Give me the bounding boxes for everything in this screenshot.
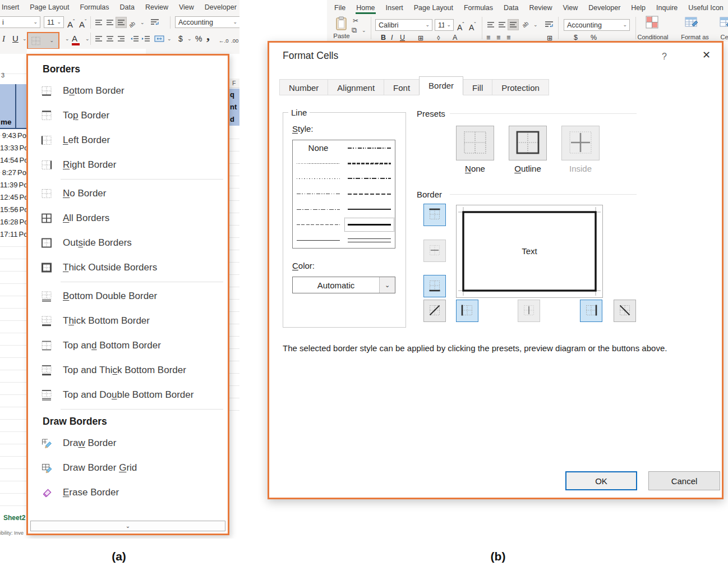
wrap-text-button[interactable]: [542, 19, 556, 30]
number-format-combo[interactable]: Accounting ⌄: [564, 19, 630, 31]
cancel-button[interactable]: Cancel: [648, 471, 720, 490]
align-bottom-button[interactable]: [116, 17, 127, 28]
align-top-button[interactable]: [93, 17, 104, 28]
decrease-indent-button[interactable]: [129, 33, 140, 44]
format-as-table-button[interactable]: [685, 16, 699, 31]
clipped-cell-text[interactable]: q: [229, 89, 239, 101]
menu-item-bottom-border[interactable]: Bottom Border: [28, 79, 228, 103]
paste-button[interactable]: [335, 16, 348, 33]
dialog-tab-number[interactable]: Number: [279, 79, 328, 95]
line-style-option-dash-dot-dot[interactable]: [293, 186, 344, 201]
number-format-combo[interactable]: Accounting ⌄: [175, 16, 239, 28]
chevron-down-icon[interactable]: ⌄: [185, 36, 194, 42]
bottom-border-button[interactable]: [423, 275, 446, 297]
chevron-down-icon[interactable]: ⌄: [165, 36, 174, 42]
align-left-button[interactable]: [93, 33, 104, 44]
comma-style-button[interactable]: ,: [206, 30, 210, 41]
menu-scroll-more-button[interactable]: ⌄: [30, 521, 225, 531]
chevron-down-icon[interactable]: ⌄: [379, 277, 395, 293]
menu-item-top-border[interactable]: Top Border: [28, 103, 228, 128]
merge-center-button[interactable]: [154, 33, 165, 44]
line-style-option-dot[interactable]: [293, 171, 344, 186]
chevron-down-icon[interactable]: ⌄: [444, 22, 453, 27]
color-combo[interactable]: Automatic ⌄: [292, 277, 395, 293]
sheet-time-cell[interactable]: 8:27Po: [0, 166, 26, 178]
ribbon-tab-formulas[interactable]: Formulas: [463, 3, 494, 13]
left-border-button[interactable]: [456, 300, 478, 322]
sheet-time-cell[interactable]: 15:56Po: [0, 203, 26, 215]
line-style-option-dot-fine[interactable]: [293, 155, 344, 171]
ribbon-tab-developer[interactable]: Developer: [204, 2, 237, 12]
ok-button[interactable]: OK: [565, 471, 637, 490]
align-middle-button[interactable]: [104, 17, 116, 28]
ribbon-tab-insert[interactable]: Insert: [385, 3, 404, 13]
dialog-tab-fill[interactable]: Fill: [463, 79, 492, 95]
line-style-option-double[interactable]: [344, 232, 395, 247]
ribbon-tab-useful-icon[interactable]: Useful Icon: [688, 3, 724, 13]
percent-style-button[interactable]: %: [195, 33, 202, 44]
ribbon-tab-help[interactable]: Help: [630, 3, 646, 13]
menu-item-all-borders[interactable]: All Borders: [28, 206, 228, 231]
italic-button[interactable]: I: [2, 33, 5, 44]
preset-none-button[interactable]: [456, 126, 494, 160]
chevron-down-icon[interactable]: ⌄: [360, 28, 368, 33]
dialog-close-button[interactable]: ✕: [702, 49, 711, 61]
sheet-time-cell[interactable]: 16:28Po: [0, 215, 26, 228]
align-top-button[interactable]: [485, 19, 496, 30]
align-right-button[interactable]: [116, 33, 127, 44]
dialog-tab-font[interactable]: Font: [384, 79, 420, 95]
line-style-option-none[interactable]: None: [293, 140, 344, 155]
ribbon-tab-review[interactable]: Review: [145, 2, 169, 12]
orientation-button[interactable]: ab: [126, 19, 138, 31]
grow-font-button[interactable]: Aˆ: [457, 20, 464, 33]
menu-item-draw-border-grid[interactable]: Draw Border Grid: [28, 456, 228, 480]
conditional-formatting-button[interactable]: [646, 16, 659, 31]
sheet-time-cell[interactable]: 11:39Po: [0, 178, 26, 191]
menu-item-outside-borders[interactable]: Outside Borders: [28, 231, 228, 255]
line-style-listbox[interactable]: None: [292, 140, 395, 249]
ribbon-tab-review[interactable]: Review: [528, 3, 552, 13]
ribbon-tab-data[interactable]: Data: [503, 3, 519, 13]
chevron-down-icon[interactable]: ⌄: [47, 38, 56, 43]
chevron-down-icon[interactable]: ⌄: [620, 22, 629, 27]
line-style-option-solid-thick[interactable]: [344, 217, 395, 232]
font-size-combo[interactable]: 11 ⌄: [44, 16, 64, 28]
chevron-down-icon[interactable]: ⌄: [531, 22, 540, 27]
grow-font-button[interactable]: Aˆ: [67, 17, 75, 30]
menu-item-thick-outside-borders[interactable]: Thick Outside Borders: [28, 255, 228, 280]
ribbon-tab-page-layout[interactable]: Page Layout: [413, 3, 454, 13]
menu-item-draw-border[interactable]: Draw Border: [28, 431, 228, 456]
orientation-button[interactable]: ab: [521, 20, 530, 29]
cut-button[interactable]: ✂: [353, 17, 358, 25]
diagonal-up-border-button[interactable]: [423, 300, 446, 322]
ribbon-tab-insert[interactable]: Insert: [1, 2, 20, 12]
chevron-down-icon[interactable]: ⌄: [138, 20, 147, 25]
menu-item-top-and-bottom-border[interactable]: Top and Bottom Border: [28, 333, 228, 358]
line-style-option-solid-md[interactable]: [344, 202, 395, 217]
ribbon-tab-view[interactable]: View: [562, 3, 578, 13]
increase-decimal-button[interactable]: .00: [231, 35, 238, 47]
sheet-time-cell[interactable]: 14:54Po: [0, 154, 26, 166]
preset-outline-button[interactable]: [509, 126, 547, 160]
line-style-option-hash-md[interactable]: [344, 155, 395, 171]
chevron-down-icon[interactable]: ⌄: [54, 20, 63, 25]
right-border-button[interactable]: [580, 300, 602, 322]
column-header[interactable]: F: [229, 79, 239, 88]
chevron-down-icon[interactable]: ⌄: [423, 22, 432, 27]
decrease-decimal-button[interactable]: ←.0: [219, 35, 228, 47]
align-middle-button[interactable]: [496, 19, 508, 30]
sheet-header-cell[interactable]: me: [0, 84, 26, 129]
ribbon-tab-page-layout[interactable]: Page Layout: [29, 2, 70, 12]
top-border-button[interactable]: [423, 204, 446, 226]
ribbon-tab-formulas[interactable]: Formulas: [79, 2, 109, 12]
currency-format-button[interactable]: $: [178, 33, 183, 44]
line-style-option-solid-thin[interactable]: [293, 232, 344, 247]
shrink-font-button[interactable]: Aˇ: [469, 20, 476, 33]
dialog-tab-border[interactable]: Border: [419, 76, 463, 95]
ribbon-tab-developer[interactable]: Developer: [588, 3, 621, 13]
border-preview-diagram[interactable]: Text: [456, 205, 603, 298]
sheet-time-cell[interactable]: 9:43Po: [0, 129, 26, 141]
diagonal-down-border-button[interactable]: [614, 300, 636, 322]
menu-item-left-border[interactable]: Left Border: [28, 128, 228, 153]
font-name-combo[interactable]: i ⌄: [0, 16, 40, 28]
